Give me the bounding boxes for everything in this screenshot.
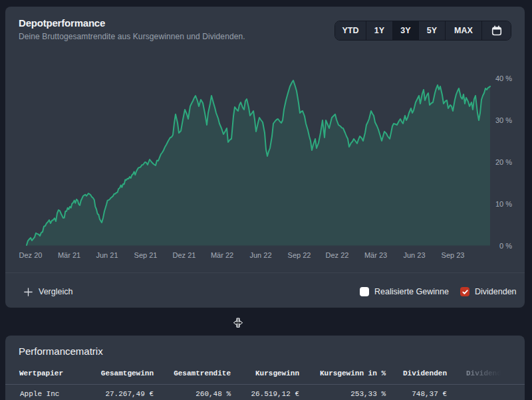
svg-text:Jun 22: Jun 22 [249, 251, 271, 259]
svg-text:0 %: 0 % [499, 242, 512, 250]
svg-text:Dez 20: Dez 20 [19, 251, 43, 259]
svg-text:Sep 23: Sep 23 [442, 251, 465, 259]
svg-text:Dez 22: Dez 22 [326, 251, 349, 259]
svg-text:Mär 23: Mär 23 [364, 251, 387, 259]
svg-text:10 %: 10 % [495, 200, 512, 208]
svg-text:Sep 22: Sep 22 [288, 251, 311, 259]
svg-text:Jun 23: Jun 23 [403, 251, 425, 259]
svg-text:Mär 22: Mär 22 [211, 251, 233, 259]
svg-text:40 %: 40 % [495, 74, 512, 82]
svg-text:Dez 21: Dez 21 [173, 251, 196, 259]
svg-text:Sep 21: Sep 21 [134, 251, 158, 259]
svg-text:Jun 21: Jun 21 [96, 251, 118, 259]
svg-text:20 %: 20 % [495, 158, 512, 166]
svg-text:30 %: 30 % [495, 116, 512, 124]
svg-text:Mär 21: Mär 21 [58, 251, 80, 259]
